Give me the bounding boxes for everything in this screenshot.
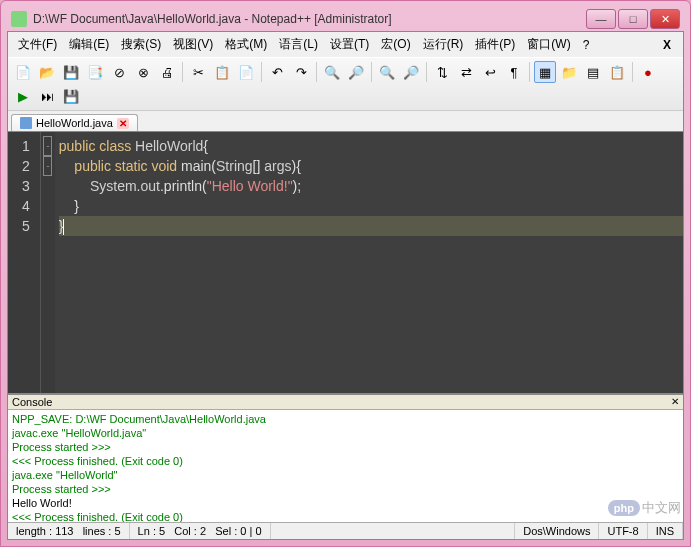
status-position: Ln : 5 Col : 2 Sel : 0 | 0 [130, 523, 271, 539]
menu-edit[interactable]: 编辑(E) [63, 34, 115, 55]
code-line[interactable]: public class HelloWorld{ [59, 136, 683, 156]
line-number: 4 [22, 196, 30, 216]
copy-icon[interactable]: 📋 [211, 61, 233, 83]
console-line: Process started >>> [12, 440, 679, 454]
code-line[interactable]: System.out.println("Hello World!"); [59, 176, 683, 196]
save-macro-icon[interactable]: 💾 [60, 85, 82, 107]
redo-icon[interactable]: ↷ [290, 61, 312, 83]
tab-close-icon[interactable]: ✕ [117, 118, 129, 129]
wrap-icon[interactable]: ↩ [479, 61, 501, 83]
close-all-icon[interactable]: ⊗ [132, 61, 154, 83]
play-icon[interactable]: ▶ [12, 85, 34, 107]
fold-margin: - - [41, 132, 55, 393]
indent-guide-icon[interactable]: ▦ [534, 61, 556, 83]
menu-plugins[interactable]: 插件(P) [469, 34, 521, 55]
window-frame: D:\WF Document\Java\HelloWorld.java - No… [0, 0, 691, 547]
tab-filename: HelloWorld.java [36, 117, 113, 129]
console-line: Hello World! [12, 496, 679, 510]
save-all-icon[interactable]: 📑 [84, 61, 106, 83]
console-line: <<< Process finished. (Exit code 0) [12, 454, 679, 468]
fold-icon[interactable]: - [43, 156, 52, 176]
code-line[interactable]: public static void main(String[] args){ [59, 156, 683, 176]
zoom-out-icon[interactable]: 🔎 [400, 61, 422, 83]
console-output[interactable]: NPP_SAVE: D:\WF Document\Java\HelloWorld… [8, 410, 683, 522]
console-line: javac.exe "HelloWorld.java" [12, 426, 679, 440]
line-number: 1 [22, 136, 30, 156]
cut-icon[interactable]: ✂ [187, 61, 209, 83]
close-button[interactable]: ✕ [650, 9, 680, 29]
sync-h-icon[interactable]: ⇄ [455, 61, 477, 83]
menu-macro[interactable]: 宏(O) [375, 34, 416, 55]
text-caret [63, 219, 64, 235]
close-file-icon[interactable]: ⊘ [108, 61, 130, 83]
status-length: length : 113 lines : 5 [8, 523, 130, 539]
folder-icon[interactable]: 📁 [558, 61, 580, 83]
line-number: 5 [22, 216, 30, 236]
minimize-button[interactable]: — [586, 9, 616, 29]
console-line: <<< Process finished. (Exit code 0) [12, 510, 679, 522]
code-line[interactable]: } [59, 196, 683, 216]
menu-run[interactable]: 运行(R) [417, 34, 470, 55]
console-line: NPP_SAVE: D:\WF Document\Java\HelloWorld… [12, 412, 679, 426]
undo-icon[interactable]: ↶ [266, 61, 288, 83]
func-list-icon[interactable]: 📋 [606, 61, 628, 83]
titlebar[interactable]: D:\WF Document\Java\HelloWorld.java - No… [7, 7, 684, 31]
code-area[interactable]: public class HelloWorld{ public static v… [55, 132, 683, 393]
menu-window[interactable]: 窗口(W) [521, 34, 576, 55]
file-tab[interactable]: HelloWorld.java ✕ [11, 114, 138, 131]
console-panel: Console ✕ NPP_SAVE: D:\WF Document\Java\… [8, 393, 683, 522]
code-line-current[interactable]: } [59, 216, 683, 236]
status-encoding[interactable]: UTF-8 [599, 523, 647, 539]
paste-icon[interactable]: 📄 [235, 61, 257, 83]
menu-x-button[interactable]: X [655, 36, 679, 54]
file-icon [20, 117, 32, 129]
play-multi-icon[interactable]: ⏭ [36, 85, 58, 107]
replace-icon[interactable]: 🔎 [345, 61, 367, 83]
doc-map-icon[interactable]: ▤ [582, 61, 604, 83]
line-gutter: 1 2 3 4 5 [8, 132, 41, 393]
menu-file[interactable]: 文件(F) [12, 34, 63, 55]
menu-help[interactable]: ? [577, 36, 596, 54]
menu-search[interactable]: 搜索(S) [115, 34, 167, 55]
code-editor[interactable]: 1 2 3 4 5 - - public class HelloWorld{ p… [8, 132, 683, 393]
new-file-icon[interactable]: 📄 [12, 61, 34, 83]
maximize-button[interactable]: □ [618, 9, 648, 29]
toolbar: 📄 📂 💾 📑 ⊘ ⊗ 🖨 ✂ 📋 📄 ↶ ↷ 🔍 🔎 🔍 🔎 ⇅ ⇄ ↩ ¶ [8, 57, 683, 111]
line-number: 3 [22, 176, 30, 196]
show-all-icon[interactable]: ¶ [503, 61, 525, 83]
window-controls: — □ ✕ [586, 9, 680, 29]
print-icon[interactable]: 🖨 [156, 61, 178, 83]
menu-language[interactable]: 语言(L) [273, 34, 324, 55]
save-icon[interactable]: 💾 [60, 61, 82, 83]
line-number: 2 [22, 156, 30, 176]
tab-bar: HelloWorld.java ✕ [8, 111, 683, 132]
menubar: 文件(F) 编辑(E) 搜索(S) 视图(V) 格式(M) 语言(L) 设置(T… [8, 32, 683, 57]
menu-view[interactable]: 视图(V) [167, 34, 219, 55]
console-line: java.exe "HelloWorld" [12, 468, 679, 482]
console-titlebar[interactable]: Console ✕ [8, 395, 683, 410]
record-icon[interactable]: ● [637, 61, 659, 83]
menu-format[interactable]: 格式(M) [219, 34, 273, 55]
app-icon [11, 11, 27, 27]
sync-v-icon[interactable]: ⇅ [431, 61, 453, 83]
window-title: D:\WF Document\Java\HelloWorld.java - No… [33, 12, 586, 26]
status-eol[interactable]: Dos\Windows [515, 523, 599, 539]
fold-icon[interactable]: - [43, 136, 52, 156]
status-bar: length : 113 lines : 5 Ln : 5 Col : 2 Se… [8, 522, 683, 539]
open-file-icon[interactable]: 📂 [36, 61, 58, 83]
find-icon[interactable]: 🔍 [321, 61, 343, 83]
console-title-text: Console [12, 396, 52, 408]
status-spacer [271, 523, 516, 539]
status-insert-mode[interactable]: INS [648, 523, 683, 539]
zoom-in-icon[interactable]: 🔍 [376, 61, 398, 83]
console-close-icon[interactable]: ✕ [671, 396, 679, 408]
menu-settings[interactable]: 设置(T) [324, 34, 375, 55]
window-body: 文件(F) 编辑(E) 搜索(S) 视图(V) 格式(M) 语言(L) 设置(T… [7, 31, 684, 540]
console-line: Process started >>> [12, 482, 679, 496]
